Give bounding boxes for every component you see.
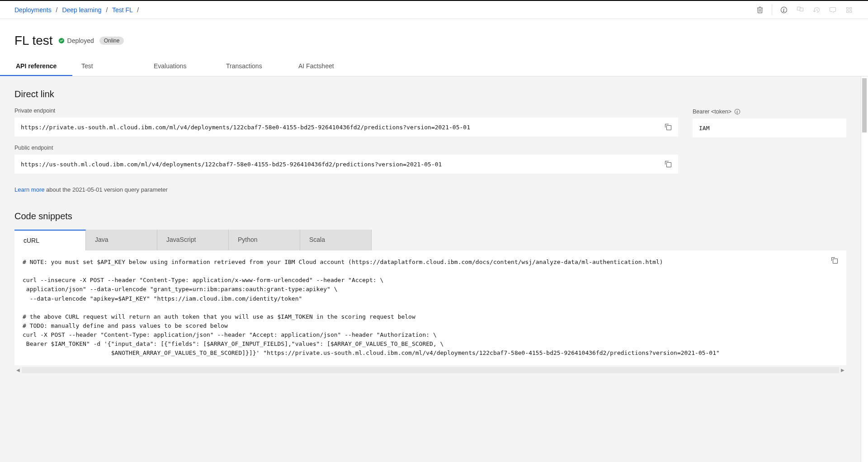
status-chip: Deployed [58,37,94,44]
public-endpoint-url: https://us-south.ml.cloud.ibm.com/ml/v4/… [21,161,442,168]
status-dot-icon [58,38,65,44]
private-endpoint-label: Private endpoint [14,108,678,114]
header: Deployments / Deep learning / Test FL / [0,1,868,19]
tab-ai-factsheet[interactable]: AI Factsheet [289,57,362,76]
breadcrumb-sep: / [106,6,108,14]
private-endpoint-url: https://private.us-south.ml.cloud.ibm.co… [21,124,470,131]
header-actions [755,5,854,15]
public-endpoint-box: https://us-south.ml.cloud.ibm.com/ml/v4/… [14,155,678,174]
horizontal-scrollbar[interactable]: ◀ ▶ [14,366,846,374]
code-tab-curl[interactable]: cURL [14,230,86,250]
code-tab-python[interactable]: Python [229,230,300,250]
breadcrumb-sep: / [56,6,58,14]
delete-icon[interactable] [755,5,764,14]
breadcrumb: Deployments / Deep learning / Test FL / [14,6,142,14]
learn-more-link[interactable]: Learn more [14,186,44,193]
title-row: FL test Deployed Online [0,30,868,57]
grid-icon [844,5,854,14]
code-tab-scala[interactable]: Scala [300,230,372,250]
code-tabs: cURL Java JavaScript Python Scala [14,230,846,250]
info-icon[interactable] [779,5,788,14]
code-block-wrap: # NOTE: you must set $API_KEY below usin… [14,250,846,374]
bearer-value: IAM [699,125,709,132]
learn-more-text: Learn more about the 2021-05-01 version … [14,186,846,193]
page-title: FL test [14,33,53,48]
main: FL test Deployed Online API reference Te… [0,19,868,462]
online-pill: Online [99,37,124,45]
chat-icon [828,5,837,14]
code-tab-java[interactable]: Java [86,230,157,250]
bearer-token-box[interactable]: IAM [693,118,846,137]
code-snippets-heading: Code snippets [14,211,846,222]
promote-icon [796,5,805,14]
content: Direct link Private endpoint https://pri… [0,76,868,462]
header-divider [772,5,772,15]
bearer-label: Bearer <token> [693,108,741,115]
main-tabs: API reference Test Evaluations Transacti… [0,57,868,76]
private-endpoint-box: https://private.us-south.ml.cloud.ibm.co… [14,118,678,137]
copy-icon[interactable] [665,160,672,168]
copy-icon[interactable] [831,257,838,264]
status-label: Deployed [67,37,94,44]
tab-transactions[interactable]: Transactions [217,57,289,76]
public-endpoint-label: Public endpoint [14,145,678,151]
info-icon[interactable] [734,108,741,115]
breadcrumb-project[interactable]: Deep learning [62,6,101,14]
tab-api-reference[interactable]: API reference [0,57,72,76]
breadcrumb-sep: / [137,6,139,14]
breadcrumb-asset[interactable]: Test FL [112,6,132,14]
scroll-track[interactable] [22,367,839,373]
tab-test[interactable]: Test [72,57,145,76]
history-icon [812,5,821,14]
copy-icon[interactable] [665,123,672,131]
vertical-scrollbar[interactable] [861,76,868,462]
code-tab-javascript[interactable]: JavaScript [157,230,229,250]
breadcrumb-deployments[interactable]: Deployments [14,6,52,14]
code-block[interactable]: # NOTE: you must set $API_KEY below usin… [14,250,846,365]
scroll-left-icon[interactable]: ◀ [14,367,22,374]
scroll-right-icon[interactable]: ▶ [839,367,846,374]
scrollbar-thumb[interactable] [862,78,867,132]
direct-link-heading: Direct link [14,89,846,99]
tab-evaluations[interactable]: Evaluations [145,57,217,76]
